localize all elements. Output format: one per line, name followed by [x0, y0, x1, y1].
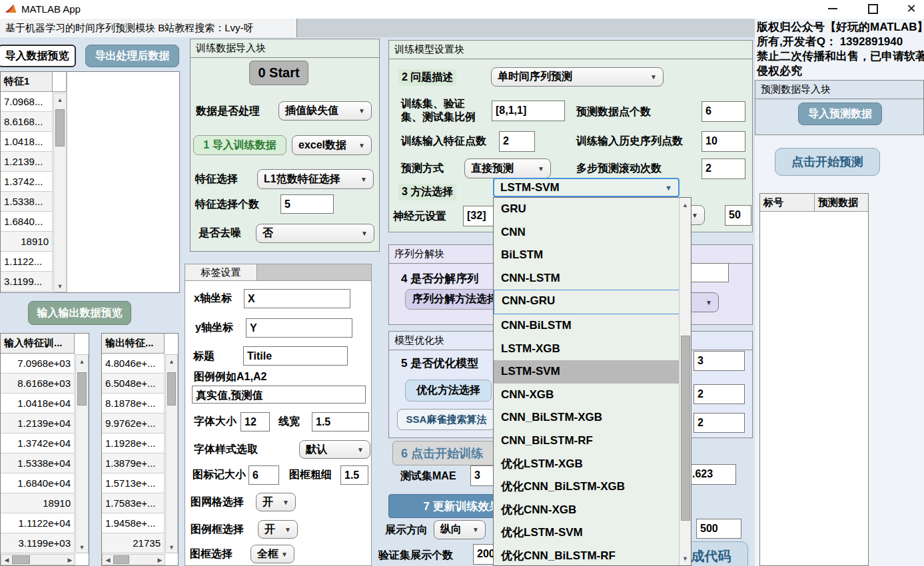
chevron-down-icon: ▼ — [705, 299, 712, 306]
line-width-input[interactable]: 1.5 — [312, 412, 369, 431]
training-import-panel: 训练数据导入块 0 Start 数据是否处理 插值缺失值▼ 1 导入训练数据 e… — [190, 39, 380, 252]
scrollbar-thumb[interactable] — [55, 109, 65, 146]
feature-count-input[interactable]: 5 — [280, 194, 334, 214]
prediction-table-header-data[interactable]: 预测数据 — [815, 194, 868, 212]
close-button[interactable]: ✕ — [902, 0, 921, 17]
box-style-dropdown[interactable]: 全框▼ — [250, 545, 294, 563]
scroll-up-icon[interactable]: ▲ — [680, 200, 691, 210]
scroll-right-icon[interactable]: ▶ — [155, 555, 165, 565]
predict-mode-dropdown[interactable]: 直接预测▼ — [464, 158, 551, 178]
scrollbar-thumb[interactable] — [167, 372, 176, 406]
scroll-left-icon[interactable]: ◀ — [103, 555, 113, 565]
x-axis-input[interactable]: X — [244, 289, 350, 308]
grid-dropdown[interactable]: 开▼ — [256, 493, 296, 511]
display-count-input[interactable]: 500 — [696, 519, 741, 539]
scrollbar-thumb[interactable] — [12, 555, 30, 564]
feature-table-header[interactable]: 特征1 — [1, 72, 53, 92]
problem-dropdown[interactable]: 单时间序列预测▼ — [491, 67, 664, 87]
dropdown-item-selected[interactable]: LSTM-SVM — [494, 360, 691, 384]
dropdown-item[interactable]: 优化CNN_BiLSTM-XGB — [494, 475, 691, 499]
export-processed-data-button[interactable]: 导出处理后数据 — [85, 45, 179, 67]
io-data-preview-button[interactable]: 输入输出数据预览 — [28, 301, 131, 325]
dropdown-item[interactable]: CNN-BiLSTM — [494, 314, 691, 338]
start-prediction-button[interactable]: 点击开始预测 — [775, 148, 880, 176]
scroll-down-icon[interactable]: ▼ — [680, 553, 691, 564]
dropdown-item[interactable]: GRU — [494, 198, 691, 221]
scroll-down-icon[interactable]: ▼ — [54, 281, 66, 292]
display-direction-dropdown[interactable]: 纵向▼ — [434, 520, 486, 539]
process-data-dropdown[interactable]: 插值缺失值▼ — [278, 101, 372, 121]
chevron-down-icon: ▼ — [357, 446, 364, 453]
dropdown-item[interactable]: 优化CNN_BiLSTM-RF — [494, 545, 691, 566]
test-mae-input-right[interactable]: .623 — [688, 464, 736, 485]
import-data-preview-button[interactable]: 导入数据预览 — [0, 45, 76, 67]
scroll-up-icon[interactable]: ▲ — [54, 95, 66, 105]
minimize-button[interactable] — [823, 0, 842, 17]
table-row: 18910 — [1, 493, 75, 513]
box-style-value: 全框 — [257, 547, 278, 561]
optimize-method-button[interactable]: 优化方法选择 — [405, 380, 492, 402]
import-training-data-button[interactable]: 1 导入训练数据 — [193, 135, 286, 155]
table-row: 1.3742... — [1, 172, 53, 192]
split-ratio-input[interactable]: [8,1,1] — [492, 101, 565, 121]
scroll-down-icon[interactable]: ▼ — [76, 542, 88, 553]
legend-box-dropdown[interactable]: 开▼ — [258, 520, 298, 539]
tab-label-settings[interactable]: 标签设置 — [185, 264, 257, 280]
font-size-input[interactable]: 12 — [240, 412, 270, 431]
marker-size-input[interactable]: 6 — [248, 465, 279, 485]
input-table-header[interactable]: 输入特征训... — [1, 334, 75, 354]
title-input[interactable]: Titile — [243, 346, 348, 366]
rolling-count-input[interactable]: 2 — [701, 158, 745, 179]
prediction-table-header-id[interactable]: 标号 — [760, 194, 815, 212]
scrollbar-thumb[interactable] — [113, 555, 129, 564]
dropdown-item[interactable]: LSTM-XGB — [494, 338, 691, 361]
optimize-input-1[interactable]: 3 — [693, 351, 745, 371]
input-features-input[interactable]: 2 — [499, 131, 535, 152]
output-table-hscrollbar[interactable]: ◀ ▶ — [102, 554, 165, 565]
dropdown-item[interactable]: CNN-LSTM — [494, 267, 691, 290]
dropdown-item[interactable]: 优化LSTM-XGB — [494, 453, 691, 476]
input-table-hscrollbar[interactable]: ◀ ▶ — [1, 554, 75, 565]
font-style-dropdown[interactable]: 默认▼ — [299, 440, 370, 459]
scrollbar-thumb[interactable] — [681, 336, 690, 521]
dropdown-item[interactable]: 优化CNN-XGB — [494, 499, 691, 522]
optimize-input-2[interactable]: 2 — [693, 384, 745, 404]
method-dropdown[interactable]: LSTM-SVM ▼ — [493, 178, 680, 197]
frame-width-input[interactable]: 1.5 — [340, 465, 368, 485]
data-source-dropdown[interactable]: excel数据▼ — [292, 135, 372, 155]
legend-input[interactable]: 真实值,预测值 — [192, 386, 366, 404]
import-prediction-data-button[interactable]: 导入预测数据 — [798, 103, 882, 125]
window-title: MATLAB App — [21, 3, 81, 15]
dropdown-item[interactable]: CNN-XGB — [494, 384, 691, 407]
predict-points-input[interactable]: 6 — [701, 101, 745, 122]
start-button[interactable]: 0 Start — [249, 61, 308, 85]
app-tab[interactable]: 基于机器学习的时间序列预测模块 B站教程搜索：Lvy-呀 — [0, 19, 297, 37]
scroll-up-icon[interactable]: ▲ — [166, 356, 177, 367]
optimize-input-3[interactable]: 2 — [693, 413, 745, 433]
ssa-algorithm-button[interactable]: SSA麻雀搜索算法 — [397, 409, 496, 430]
dropdown-item[interactable]: 优化LSTM-SVM — [494, 521, 691, 545]
scroll-right-icon[interactable]: ▶ — [65, 555, 75, 565]
dropdown-item[interactable]: BiLSTM — [494, 244, 691, 267]
dropdown-item[interactable]: CNN — [494, 221, 691, 244]
feature-select-dropdown[interactable]: L1范数特征选择▼ — [257, 169, 374, 189]
training-import-panel-title: 训练数据导入块 — [191, 39, 379, 58]
denoise-dropdown[interactable]: 否▼ — [256, 224, 374, 243]
input-table-vscrollbar[interactable]: ▲ ▼ — [75, 354, 89, 553]
scroll-up-icon[interactable]: ▲ — [76, 356, 88, 367]
scrollbar-thumb[interactable] — [77, 372, 87, 406]
dropdown-item-hovered[interactable]: CNN-GRU — [494, 290, 691, 314]
scroll-down-icon[interactable]: ▼ — [166, 542, 177, 553]
y-axis-input[interactable]: Y — [246, 318, 352, 338]
epoch-input[interactable]: 50 — [725, 205, 751, 226]
output-table-header[interactable]: 输出特征... — [102, 334, 165, 354]
feature-table-scrollbar[interactable]: ▲ ▼ — [53, 93, 67, 292]
dropdown-item[interactable]: CNN_BiLSTM-RF — [494, 429, 691, 453]
dropdown-item[interactable]: CNN_BiLSTM-XGB — [494, 406, 691, 429]
history-points-input[interactable]: 10 — [701, 131, 745, 152]
chevron-down-icon: ▼ — [284, 526, 291, 533]
output-table-vscrollbar[interactable]: ▲ ▼ — [165, 354, 178, 553]
maximize-button[interactable] — [863, 0, 882, 17]
scroll-left-icon[interactable]: ◀ — [2, 555, 11, 565]
dropdown-scrollbar[interactable]: ▲ ▼ — [679, 198, 691, 565]
